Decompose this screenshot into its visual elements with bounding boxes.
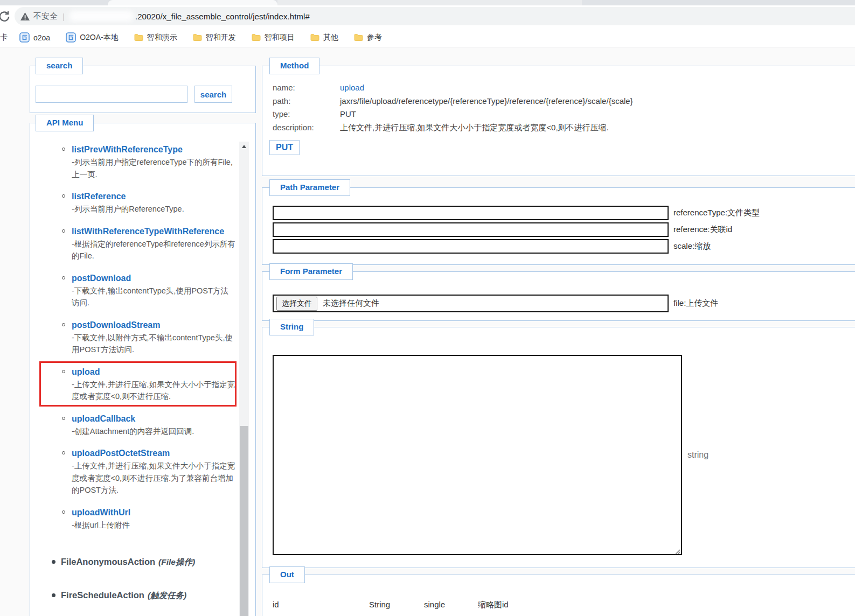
scale-input[interactable] (273, 239, 669, 254)
api-menu-panel: API Menu listPrevWithReferenceType -列示当前… (30, 123, 256, 616)
method-description: -根据url上传附件 (72, 519, 236, 531)
method-description: -列示当前用户指定referenceType下的所有File,上一页. (72, 156, 236, 180)
not-secure-warning-icon (20, 12, 30, 20)
circle-bullet-icon (62, 451, 65, 454)
action-item-FireScheduleAction[interactable]: FireScheduleAction(触发任务) (61, 589, 236, 601)
url-text: .20020/x_file_assemble_control/jest/inde… (135, 12, 310, 21)
string-panel: String string (262, 327, 855, 568)
active-tab-bottom[interactable] (108, 0, 277, 5)
string-field-label: string (687, 450, 708, 460)
path-parameter-panel: Path Parameter referenceType:文件类型 refere… (262, 187, 855, 265)
url-separator: | (62, 12, 65, 21)
method-name-row: name: upload (273, 81, 852, 95)
out-panel-legend: Out (269, 566, 305, 583)
out-field-type: String (369, 600, 390, 609)
search-panel: search search (30, 66, 256, 113)
disc-bullet-icon (52, 560, 55, 564)
menu-item-uploadPostOctetStream: uploadPostOctetStream -上传文件,并进行压缩,如果文件大小… (72, 447, 236, 496)
bookmark-moka[interactable]: 摩卡 (0, 33, 8, 43)
file-upload-field[interactable]: 选择文件 未选择任何文件 (273, 295, 669, 312)
method-link[interactable]: uploadPostOctetStream (72, 449, 170, 458)
method-path-row: path: jaxrs/file/upload/referencetype/{r… (273, 95, 852, 108)
menu-item-postDownload: postDownload -下载文件,输出contentType头,使用POST… (72, 272, 236, 309)
bookmark-folder-other[interactable]: 其他 (310, 33, 338, 43)
bookmark-folder-zhihe-demo[interactable]: 智和演示 (134, 33, 177, 43)
menu-scrollbar[interactable] (239, 142, 249, 616)
bookmark-o2oa[interactable]: o2oa (19, 32, 50, 43)
folder-icon (134, 33, 143, 41)
menu-item-listReference: listReference -列示当前用户的ReferenceType. (72, 191, 236, 215)
circle-bullet-icon (62, 148, 65, 151)
method-link[interactable]: listWithReferenceTypeWithReference (72, 227, 224, 236)
method-panel: Method name: upload path: jaxrs/file/upl… (262, 66, 855, 176)
put-verb-button[interactable]: PUT (269, 140, 300, 155)
method-name-link[interactable]: upload (340, 81, 364, 95)
referenceType-input[interactable] (273, 206, 669, 220)
security-label: 不安全 (33, 11, 58, 22)
method-description: -上传文件,并进行压缩,如果文件大小小于指定宽度或者宽度<0,则不进行压缩.为了… (72, 460, 236, 496)
method-link[interactable]: uploadCallback (72, 414, 135, 423)
method-description: -根据指定的referenceType和reference列示所有的File. (72, 238, 236, 262)
method-link[interactable]: postDownloadStream (72, 320, 160, 330)
path-param-row-referenceType: referenceType:文件类型 (273, 206, 760, 220)
out-field-description: 缩略图id (478, 600, 509, 610)
method-link[interactable]: uploadWithUrl (72, 508, 130, 517)
o2oa-logo-icon (66, 32, 76, 43)
folder-icon (252, 33, 261, 41)
folder-icon (354, 33, 363, 41)
circle-bullet-icon (62, 229, 65, 233)
method-type-value: PUT (340, 108, 356, 121)
menu-item-uploadWithUrl: uploadWithUrl -根据url上传附件 (72, 507, 236, 531)
folder-icon (193, 33, 202, 41)
bookmark-folder-zhihe-dev[interactable]: 智和开发 (193, 33, 236, 43)
search-input[interactable] (36, 86, 187, 103)
method-link[interactable]: listReference (72, 192, 126, 201)
method-description-value: 上传文件,并进行压缩,如果文件大小小于指定宽度或者宽度<0,则不进行压缩. (340, 121, 609, 135)
path-param-row-reference: reference:关联id (273, 222, 760, 237)
search-button[interactable]: search (194, 86, 232, 103)
reference-input[interactable] (273, 222, 669, 237)
api-menu-list: listPrevWithReferenceType -列示当前用户指定refer… (30, 142, 239, 616)
choose-file-button[interactable]: 选择文件 (276, 297, 317, 311)
string-textarea[interactable] (273, 355, 682, 555)
tab-strip (0, 0, 855, 5)
menu-item-listPrevWithReferenceType: listPrevWithReferenceType -列示当前用户指定refer… (72, 144, 236, 180)
form-parameter-panel: Form Parameter 选择文件 未选择任何文件 file:上传文件 (262, 271, 855, 321)
path-param-row-scale: scale:缩放 (273, 239, 760, 254)
bookmark-folder-reference[interactable]: 参考 (354, 33, 382, 43)
method-description: -创建Attachment的内容并返回回调. (72, 425, 236, 438)
reload-icon[interactable] (0, 10, 11, 26)
method-description: -下载文件,输出contentType头,使用POST方法访问. (72, 285, 236, 309)
url-bar[interactable]: 不安全 | .20020/x_file_assemble_control/jes… (15, 7, 855, 25)
o2oa-logo-icon (19, 32, 30, 43)
out-panel: Out id String single 缩略图id (262, 575, 855, 616)
method-link[interactable]: listPrevWithReferenceType (72, 145, 183, 154)
circle-bullet-icon (62, 370, 65, 373)
string-panel-legend: String (269, 319, 314, 335)
method-link[interactable]: postDownload (72, 274, 131, 283)
form-parameter-legend: Form Parameter (269, 263, 353, 280)
file-status-text: 未选择任何文件 (323, 298, 379, 309)
method-link[interactable]: upload (72, 367, 100, 376)
bookmark-folder-zhihe-project[interactable]: 智和项目 (252, 33, 295, 43)
menu-item-postDownloadStream: postDownloadStream -下载文件,以附件方式,不输出conten… (72, 319, 236, 356)
method-description-row: description: 上传文件,并进行压缩,如果文件大小小于指定宽度或者宽度… (273, 121, 852, 135)
circle-bullet-icon (62, 323, 65, 326)
method-description: -上传文件,并进行压缩,如果文件大小小于指定宽度或者宽度<0,则不进行压缩. (72, 379, 236, 403)
method-panel-legend: Method (269, 58, 319, 74)
menu-item-upload-selected: upload -上传文件,并进行压缩,如果文件大小小于指定宽度或者宽度<0,则不… (72, 366, 236, 403)
out-field-cardinality: single (424, 600, 445, 609)
scrollbar-up-arrow-icon[interactable] (239, 142, 249, 151)
disc-bullet-icon (52, 593, 55, 597)
bookmark-o2oa-local[interactable]: O2OA-本地 (66, 32, 119, 43)
file-field-label: file:上传文件 (673, 298, 718, 309)
folder-icon (310, 33, 319, 41)
action-item-FileAnonymousAction[interactable]: FileAnonymousAction(File操作) (61, 556, 236, 568)
tab-strip-segment (277, 0, 582, 5)
circle-bullet-icon (62, 510, 65, 514)
path-parameter-legend: Path Parameter (269, 179, 350, 196)
bookmarks-bar: 摩卡 o2oa O2OA-本地 智和演示 智和开发 (0, 28, 855, 47)
menu-item-uploadCallback: uploadCallback -创建Attachment的内容并返回回调. (72, 413, 236, 438)
redacted-host (69, 11, 133, 22)
scrollbar-thumb[interactable] (240, 426, 248, 616)
